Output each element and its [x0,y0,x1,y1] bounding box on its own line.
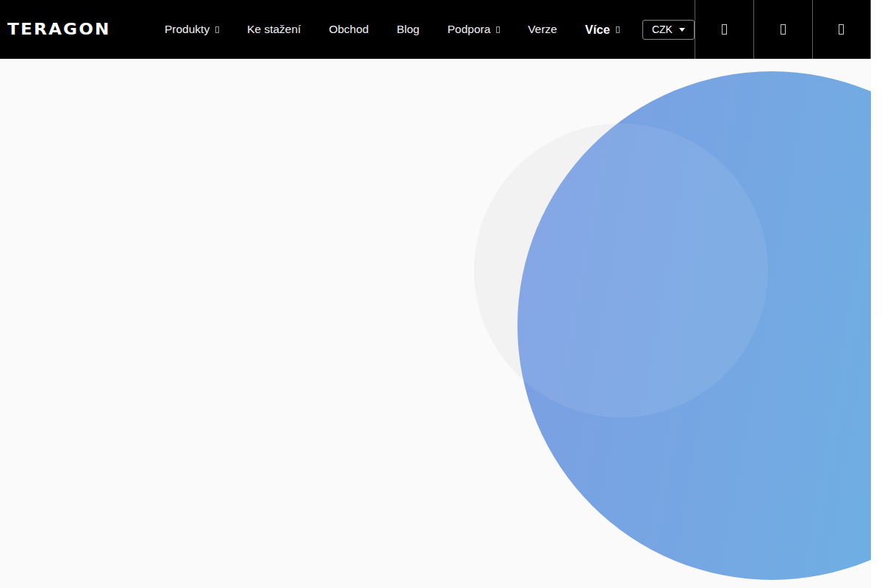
nav-item-label: Podpora [448,23,491,36]
hero-section [0,59,871,588]
decorative-circle-highlight [474,123,768,417]
header-icon-button-2[interactable] [753,0,812,59]
nav-item-label: Více [585,23,610,37]
currency-label: CZK [652,24,673,35]
dropdown-indicator-icon [215,26,219,33]
header-icon-button-1[interactable] [695,0,753,59]
nav-item-obchod[interactable]: Obchod [329,23,368,36]
page: TERAGON Produkty Ke stažení Obchod Blog … [0,0,871,588]
nav-item-label: Verze [528,23,557,36]
brand-logo[interactable]: TERAGON [7,21,130,38]
nav-item-blog[interactable]: Blog [397,23,420,36]
unknown-glyph-icon [781,24,786,35]
nav-item-label: Ke stažení [247,23,301,36]
unknown-glyph-icon [839,24,844,35]
nav-item-verze[interactable]: Verze [528,23,557,36]
main-nav: Produkty Ke stažení Obchod Blog Podpora … [165,23,620,37]
dropdown-indicator-icon [496,26,500,33]
header-icon-button-3[interactable] [812,0,871,59]
nav-item-label: Blog [397,23,420,36]
nav-item-ke-stazeni[interactable]: Ke stažení [247,23,301,36]
nav-item-label: Obchod [329,23,368,36]
nav-item-label: Produkty [165,23,209,36]
scrollbar-track[interactable] [871,0,882,588]
currency-selector[interactable]: CZK [642,20,695,40]
dropdown-indicator-icon [616,26,620,33]
nav-item-podpora[interactable]: Podpora [448,23,501,36]
nav-item-produkty[interactable]: Produkty [165,23,219,36]
unknown-glyph-icon [722,24,727,35]
nav-item-vice[interactable]: Více [585,23,620,37]
site-header: TERAGON Produkty Ke stažení Obchod Blog … [0,0,871,59]
caret-down-icon [679,28,685,32]
